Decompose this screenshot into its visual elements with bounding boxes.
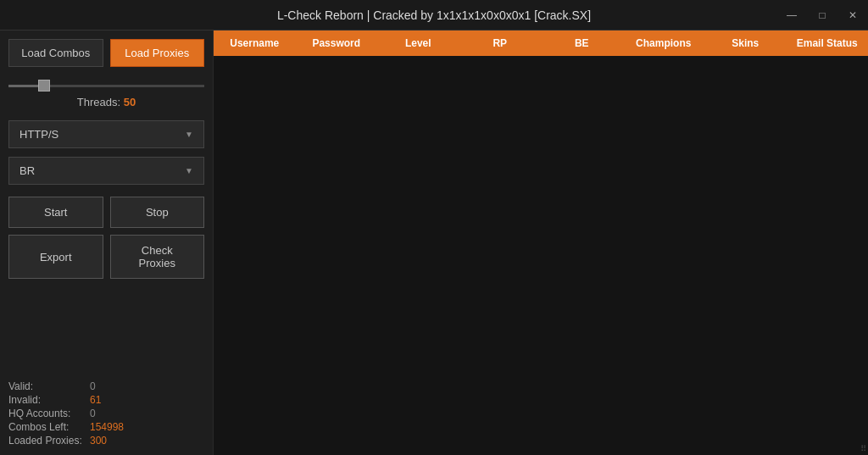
action-buttons: Start Stop Export Check Proxies bbox=[8, 197, 204, 279]
table-header-cell: Skins bbox=[704, 37, 787, 49]
table-header-cell: Email Status bbox=[787, 37, 869, 49]
threads-slider-container: Threads: 50 bbox=[8, 75, 204, 112]
hq-accounts-value: 0 bbox=[90, 408, 96, 419]
invalid-label: Invalid: bbox=[8, 394, 85, 406]
table-header: UsernamePasswordLevelRPBEChampionsSkinsE… bbox=[214, 31, 868, 56]
stat-hq-accounts: HQ Accounts: 0 bbox=[8, 408, 204, 419]
action-row-2: Export Check Proxies bbox=[8, 235, 204, 279]
action-row-1: Start Stop bbox=[8, 197, 204, 228]
stats-area: Valid: 0 Invalid: 61 HQ Accounts: 0 Comb… bbox=[8, 374, 204, 447]
app-title: L-Check Reborn | Cracked by 1x1x1x1x0x0x… bbox=[277, 8, 591, 22]
stop-button[interactable]: Stop bbox=[110, 197, 205, 228]
start-button[interactable]: Start bbox=[8, 197, 103, 228]
region-dropdown[interactable]: BR ▼ bbox=[8, 157, 204, 185]
loaded-proxies-value: 300 bbox=[90, 435, 107, 447]
stat-valid: Valid: 0 bbox=[8, 380, 204, 392]
valid-label: Valid: bbox=[8, 380, 85, 392]
hq-accounts-label: HQ Accounts: bbox=[8, 408, 85, 419]
valid-value: 0 bbox=[90, 380, 96, 392]
load-combos-button[interactable]: Load Combos bbox=[8, 39, 103, 67]
load-proxies-button[interactable]: Load Proxies bbox=[110, 39, 205, 67]
threads-label: Threads: 50 bbox=[8, 96, 204, 108]
minimize-button[interactable]: — bbox=[776, 0, 807, 31]
resize-handle-icon[interactable]: ⠿ bbox=[860, 444, 866, 453]
left-panel: Load Combos Load Proxies Threads: 50 HTT… bbox=[0, 31, 214, 455]
proxy-type-dropdown[interactable]: HTTP/S ▼ bbox=[8, 120, 204, 148]
window-controls: — □ ✕ bbox=[776, 0, 868, 31]
check-proxies-button[interactable]: Check Proxies bbox=[110, 235, 205, 279]
table-body bbox=[214, 56, 868, 455]
close-button[interactable]: ✕ bbox=[837, 0, 868, 31]
main-layout: Load Combos Load Proxies Threads: 50 HTT… bbox=[0, 31, 868, 455]
stat-invalid: Invalid: 61 bbox=[8, 394, 204, 406]
combos-left-label: Combos Left: bbox=[8, 421, 85, 433]
table-header-cell: Username bbox=[214, 37, 296, 49]
table-header-cell: Level bbox=[377, 37, 459, 49]
loaded-proxies-label: Loaded Proxies: bbox=[8, 435, 85, 447]
table-header-cell: BE bbox=[541, 37, 623, 49]
invalid-value: 61 bbox=[90, 394, 101, 406]
proxy-type-value: HTTP/S bbox=[19, 128, 58, 141]
results-panel: UsernamePasswordLevelRPBEChampionsSkinsE… bbox=[214, 31, 868, 455]
top-button-row: Load Combos Load Proxies bbox=[8, 39, 204, 67]
slider-thumb[interactable] bbox=[38, 80, 50, 92]
table-header-cell: Champions bbox=[623, 37, 705, 49]
table-header-cell: Password bbox=[296, 37, 378, 49]
export-button[interactable]: Export bbox=[8, 235, 103, 279]
combos-left-value: 154998 bbox=[90, 421, 124, 433]
stat-combos-left: Combos Left: 154998 bbox=[8, 421, 204, 433]
maximize-button[interactable]: □ bbox=[807, 0, 837, 31]
proxy-type-arrow-icon: ▼ bbox=[185, 130, 193, 139]
threads-label-text: Threads: bbox=[77, 96, 120, 108]
table-header-cell: RP bbox=[459, 37, 542, 49]
threads-value: 50 bbox=[124, 96, 136, 108]
region-arrow-icon: ▼ bbox=[185, 166, 193, 175]
title-bar: L-Check Reborn | Cracked by 1x1x1x1x0x0x… bbox=[0, 0, 868, 31]
stat-loaded-proxies: Loaded Proxies: 300 bbox=[8, 435, 204, 447]
threads-slider-track[interactable] bbox=[8, 79, 204, 92]
region-value: BR bbox=[19, 164, 35, 177]
